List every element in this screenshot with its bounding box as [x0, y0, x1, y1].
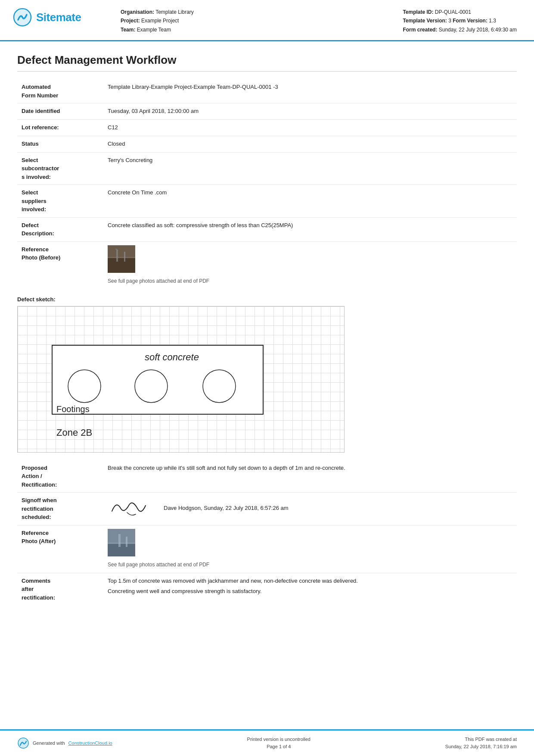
photo-before-caption: See full page photos attached at end of … — [108, 277, 512, 285]
signature-image — [108, 496, 151, 520]
field-label-automated-form-number: Automated Form Number — [17, 79, 103, 103]
team-row: Team: Example Team — [121, 25, 194, 34]
field-value-signoff: Dave Hodgson, Sunday, 22 July 2018, 6:57… — [103, 493, 517, 525]
org-row: Organisation: Template Library — [121, 8, 194, 16]
form-created-value: Sunday, 22 July 2018, 6:49:30 am — [439, 27, 517, 33]
form-created-label: Form created: — [403, 27, 437, 33]
org-label: Organisation: — [121, 9, 154, 15]
svg-point-11 — [203, 370, 236, 403]
sketch-drawing: soft concrete Footings Zone 2B — [18, 306, 344, 452]
svg-rect-5 — [116, 250, 118, 262]
sketch-svg: soft concrete Footings Zone 2B — [18, 306, 345, 453]
signature-svg — [108, 496, 151, 520]
org-value: Template Library — [155, 9, 194, 15]
form-row-reference-photo-after: Reference Photo (After) — [17, 525, 517, 573]
svg-rect-3 — [108, 258, 135, 273]
svg-rect-16 — [126, 537, 127, 547]
sketch-container: soft concrete Footings Zone 2B — [17, 306, 345, 453]
footer-left: Generated with ConstructionCloud.io — [17, 737, 112, 749]
form-created-row: Form created: Sunday, 22 July 2018, 6:49… — [403, 25, 517, 34]
logo-area: Sitemate — [13, 8, 108, 27]
template-id-label: Template ID: — [403, 9, 433, 15]
photo-before-svg — [108, 245, 135, 273]
field-label-reference-photo-after: Reference Photo (After) — [17, 525, 103, 573]
template-version-row: Template Version: 3 Form Version: 1.3 — [403, 16, 517, 25]
sketch-text-footings: Footings — [56, 404, 90, 414]
photo-before-thumb — [108, 245, 135, 273]
form-row-reference-photo-before: Reference Photo (Before) — [17, 241, 517, 289]
form-row-lot-reference: Lot reference: C12 — [17, 119, 517, 136]
svg-rect-13 — [108, 544, 135, 556]
photo-after-caption: See full page photos attached at end of … — [108, 561, 512, 569]
form-row-signoff: Signoff when rectification scheduled: Da… — [17, 493, 517, 525]
form-row-suppliers: Select suppliers involved: Concrete On T… — [17, 185, 517, 218]
photo-after-thumb — [108, 529, 135, 556]
field-label-subcontractors: Select subcontractor s involved: — [17, 152, 103, 185]
main-content: Defect Management Workflow Automated For… — [0, 41, 534, 729]
sketch-text-zone: Zone 2B — [56, 427, 92, 438]
signature-area: Dave Hodgson, Sunday, 22 July 2018, 6:57… — [108, 496, 512, 520]
header-meta-right: Template ID: DP-QUAL-0001 Template Versi… — [403, 8, 517, 34]
form-table: Automated Form Number Template Library-E… — [17, 79, 517, 289]
project-value: Example Project — [141, 18, 179, 24]
footer-center-line1: Printed version is uncontrolled — [247, 736, 310, 744]
project-row: Project: Example Project — [121, 16, 194, 25]
comments-line1: Top 1.5m of concrete was removed with ja… — [108, 577, 512, 586]
form-row-date-identified: Date identified Tuesday, 03 April 2018, … — [17, 103, 517, 120]
team-value: Example Team — [137, 27, 171, 33]
field-label-reference-photo-before: Reference Photo (Before) — [17, 241, 103, 289]
field-value-status: Closed — [103, 136, 517, 152]
document-title: Defect Management Workflow — [17, 53, 517, 72]
form-row-proposed-action: Proposed Action / Rectification: Break t… — [17, 460, 517, 493]
sketch-label: Defect sketch: — [17, 296, 517, 303]
form-version-value: 1.3 — [489, 18, 496, 24]
field-label-proposed-action: Proposed Action / Rectification: — [17, 460, 103, 493]
field-value-comments: Top 1.5m of concrete was removed with ja… — [103, 573, 517, 605]
svg-marker-7 — [115, 249, 117, 250]
form-row-automated-form-number: Automated Form Number Template Library-E… — [17, 79, 517, 103]
project-label: Project: — [121, 18, 140, 24]
template-version-value: 3 — [448, 18, 451, 24]
page: Sitemate Organisation: Template Library … — [0, 0, 534, 756]
template-version-label: Template Version: — [403, 18, 447, 24]
field-value-defect-description: Concrete classified as soft: compressive… — [103, 217, 517, 241]
field-value-reference-photo-before: See full page photos attached at end of … — [103, 241, 517, 289]
photo-after-svg — [108, 529, 135, 556]
field-value-lot-reference: C12 — [103, 119, 517, 136]
field-label-defect-description: Defect Description: — [17, 217, 103, 241]
svg-point-10 — [135, 370, 168, 403]
field-label-signoff: Signoff when rectification scheduled: — [17, 493, 103, 525]
footer-center: Printed version is uncontrolled Page 1 o… — [247, 736, 310, 751]
field-label-date-identified: Date identified — [17, 103, 103, 120]
comments-line2: Concreting went well and compressive str… — [108, 587, 512, 596]
footer: Generated with ConstructionCloud.io Prin… — [0, 729, 534, 756]
field-value-date-identified: Tuesday, 03 April 2018, 12:00:00 am — [103, 103, 517, 120]
footer-right-line1: This PDF was created at — [445, 736, 517, 744]
field-value-automated-form-number: Template Library-Example Project-Example… — [103, 79, 517, 103]
svg-rect-15 — [118, 534, 121, 547]
signature-timestamp: Dave Hodgson, Sunday, 22 July 2018, 6:57… — [164, 496, 289, 513]
header: Sitemate Organisation: Template Library … — [0, 0, 534, 41]
form-row-subcontractors: Select subcontractor s involved: Terry's… — [17, 152, 517, 185]
field-label-suppliers: Select suppliers involved: — [17, 185, 103, 218]
template-id-row: Template ID: DP-QUAL-0001 — [403, 8, 517, 16]
form-row-status: Status Closed — [17, 136, 517, 152]
footer-link[interactable]: ConstructionCloud.io — [68, 740, 112, 746]
svg-rect-6 — [124, 252, 125, 262]
team-label: Team: — [121, 27, 135, 33]
footer-right-line2: Sunday, 22 July 2018, 7:16:19 am — [445, 743, 517, 751]
field-value-suppliers: Concrete On Time .com — [103, 185, 517, 218]
field-value-proposed-action: Break the concrete up while it's still s… — [103, 460, 517, 493]
svg-point-9 — [68, 370, 101, 403]
form-row-defect-description: Defect Description: Concrete classified … — [17, 217, 517, 241]
footer-logo-icon — [17, 737, 29, 749]
proposed-action-table: Proposed Action / Rectification: Break t… — [17, 460, 517, 605]
footer-right: This PDF was created at Sunday, 22 July … — [445, 736, 517, 751]
field-label-status: Status — [17, 136, 103, 152]
field-label-comments: Comments after rectification: — [17, 573, 103, 605]
logo-text: Sitemate — [36, 11, 81, 24]
form-row-comments: Comments after rectification: Top 1.5m o… — [17, 573, 517, 605]
template-id-value: DP-QUAL-0001 — [435, 9, 471, 15]
header-meta-left: Organisation: Template Library Project: … — [121, 8, 194, 34]
header-meta: Organisation: Template Library Project: … — [108, 8, 517, 34]
